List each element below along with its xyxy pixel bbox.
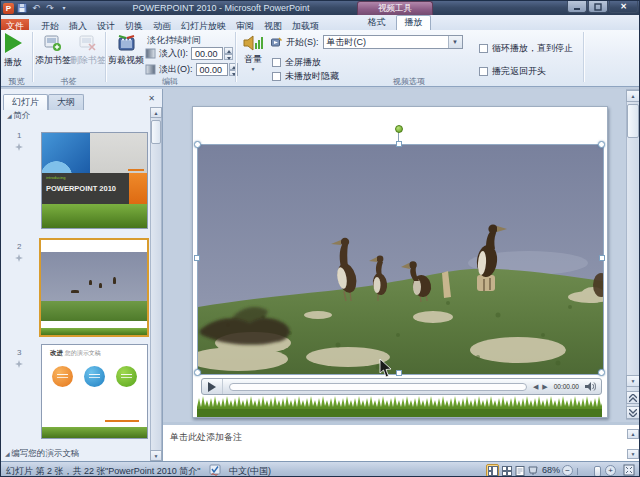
statusbar-theme-name: "PowerPoint 2010 简介" <box>105 465 200 477</box>
powerpoint-window: P ↶ ↷ ▾ POWERPOINT 2010 - Microsoft Powe… <box>0 0 640 477</box>
media-volume-button[interactable] <box>579 379 601 394</box>
fullscreen-label: 全屏播放 <box>285 57 321 67</box>
tab-slides[interactable]: 幻灯片 <box>3 94 48 110</box>
remove-bookmark-label: 删除书签 <box>70 54 106 67</box>
slide3-thumbnail[interactable]: 改进 您的演示文稿 <box>41 344 148 439</box>
rotate-handle[interactable] <box>395 125 403 133</box>
maximize-icon[interactable] <box>588 1 608 13</box>
media-progress-bar[interactable] <box>229 383 527 391</box>
remove-bookmark-button[interactable]: 删除书签 <box>70 35 106 67</box>
main-scroll-up-icon[interactable]: ▲ <box>626 90 640 102</box>
loop-checkbox[interactable] <box>479 44 488 53</box>
zoom-level[interactable]: 68% <box>542 465 560 475</box>
slide2-thumbnail[interactable] <box>39 238 149 337</box>
play-icon <box>5 33 22 53</box>
undo-icon[interactable]: ↶ <box>30 3 42 14</box>
resize-handle-w[interactable] <box>194 255 200 261</box>
main-scroll-thumb[interactable] <box>627 104 639 138</box>
powerpoint-icon[interactable]: P <box>3 3 14 14</box>
slides-scroll-down-icon[interactable]: ▼ <box>150 450 162 461</box>
spellcheck-icon[interactable] <box>209 464 221 477</box>
section-header-intro[interactable]: ◢ 简介 <box>7 110 30 122</box>
main-scroll-down-icon[interactable]: ▼ <box>626 375 640 387</box>
resize-handle-n[interactable] <box>396 141 402 147</box>
media-time: 00:00.00 <box>554 383 579 390</box>
media-volume-icon <box>585 382 596 391</box>
trim-video-icon <box>117 34 136 52</box>
minimize-icon[interactable] <box>567 1 587 13</box>
reading-view-button[interactable] <box>513 464 526 477</box>
fade-in-icon <box>145 48 156 59</box>
redo-icon[interactable]: ↷ <box>44 3 56 14</box>
slide3-title: 改进 您的演示文稿 <box>42 345 147 358</box>
add-bookmark-button[interactable]: 添加书签 <box>35 35 71 67</box>
slideshow-icon <box>528 466 538 476</box>
combo-arrow-icon[interactable]: ▼ <box>448 36 462 48</box>
close-icon[interactable]: ✕ <box>609 1 638 13</box>
fade-in-input[interactable]: 00.00 <box>191 47 223 60</box>
fade-in-stepper[interactable] <box>224 47 233 60</box>
volume-button[interactable]: 音量 ▼ <box>239 34 267 72</box>
notes-scroll-down-icon[interactable]: ▼ <box>627 449 639 459</box>
resize-handle-ne[interactable] <box>598 141 605 148</box>
slides-scroll-thumb[interactable] <box>151 120 161 144</box>
slide1-animation-icon <box>15 143 23 151</box>
group-label-video-options: 视频选项 <box>235 76 583 86</box>
media-back-icon[interactable]: ◀ <box>533 383 538 391</box>
media-play-button[interactable] <box>202 379 223 394</box>
resize-handle-nw[interactable] <box>194 141 201 148</box>
slides-scroll-up-icon[interactable]: ▲ <box>150 107 162 118</box>
notes-placeholder[interactable]: 单击此处添加备注 <box>163 425 640 444</box>
slide-sorter-view-button[interactable] <box>500 464 513 477</box>
window-controls: ✕ <box>567 1 638 13</box>
resize-handle-sw[interactable] <box>194 369 201 376</box>
slide2-white-band <box>41 240 147 252</box>
slide1-blue-image <box>42 133 90 173</box>
statusbar-language[interactable]: 中文(中国) <box>229 465 271 477</box>
tab-outline[interactable]: 大纲 <box>48 94 84 110</box>
zoom-out-icon[interactable]: − <box>562 465 573 476</box>
status-bar: 幻灯片 第 2 张，共 22 张 "PowerPoint 2010 简介" 中文… <box>1 461 640 477</box>
play-button[interactable]: 播放 <box>4 33 22 69</box>
slide3-circle-orange <box>52 366 73 387</box>
zoom-in-icon[interactable]: + <box>605 465 616 476</box>
zoom-slider-thumb[interactable] <box>594 466 601 477</box>
slides-scrollbar[interactable] <box>150 107 162 461</box>
resize-handle-e[interactable] <box>599 255 605 261</box>
resize-handle-se[interactable] <box>598 369 605 376</box>
save-icon[interactable] <box>16 3 28 14</box>
fade-out-input[interactable]: 00.00 <box>196 63 228 76</box>
fade-duration-title: 淡化持续时间 <box>147 34 201 47</box>
loop-checkbox-row[interactable]: 循环播放，直到停止 <box>479 39 573 57</box>
notes-scroll-up-icon[interactable]: ▲ <box>627 429 639 439</box>
normal-view-button[interactable] <box>486 464 499 477</box>
tab-video-playback[interactable]: 播放 <box>396 15 431 30</box>
video-object[interactable] <box>197 144 604 375</box>
rewind-label: 播完返回开头 <box>492 66 546 76</box>
tab-video-format[interactable]: 格式 <box>359 15 394 30</box>
fullscreen-checkbox[interactable] <box>272 58 281 67</box>
play-label: 播放 <box>4 56 22 69</box>
media-forward-icon[interactable]: ▶ <box>542 383 547 391</box>
main-scrollbar[interactable] <box>626 89 640 420</box>
context-tool-badge: 视频工具 <box>357 1 433 15</box>
slide1-thumbnail[interactable]: introducing POWERPOINT 2010 <box>41 132 148 229</box>
qat-customize-icon[interactable]: ▾ <box>58 3 70 14</box>
close-panel-icon[interactable]: ✕ <box>145 92 158 105</box>
statusbar-slide-info: 幻灯片 第 2 张，共 22 张 <box>6 465 106 477</box>
next-slide-button[interactable] <box>626 406 640 419</box>
trim-video-label: 剪裁视频 <box>108 54 144 67</box>
rewind-checkbox[interactable] <box>479 67 488 76</box>
media-control-bar: ◀ ▶ 00:00.00 <box>201 378 602 395</box>
start-label: 开始(S): <box>286 36 319 49</box>
notes-pane[interactable]: 单击此处添加备注 ▲ ▼ <box>163 422 640 461</box>
start-combobox[interactable]: 单击时(C) ▼ <box>323 35 463 49</box>
fit-to-window-icon[interactable] <box>623 464 635 477</box>
section-header-write[interactable]: ◢ 编写您的演示文稿 <box>5 448 79 460</box>
fade-in-label: 淡入(I): <box>159 47 188 60</box>
fade-out-row: 淡出(O): 00.00 <box>145 63 238 76</box>
resize-handle-s[interactable] <box>396 370 402 376</box>
trim-video-button[interactable]: 剪裁视频 <box>108 34 144 67</box>
previous-slide-button[interactable] <box>626 391 640 404</box>
slideshow-view-button[interactable] <box>526 464 539 477</box>
